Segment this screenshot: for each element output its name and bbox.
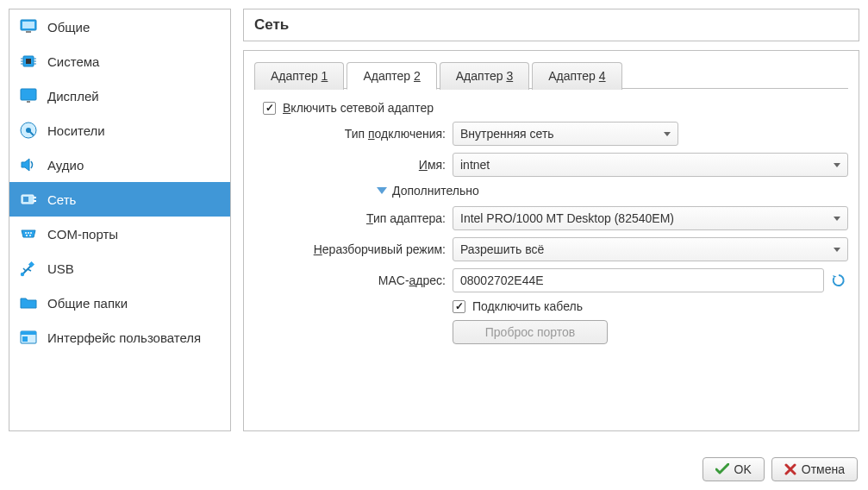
ok-button[interactable]: OK [703, 457, 765, 481]
refresh-icon [831, 273, 846, 288]
svg-rect-2 [26, 31, 31, 33]
port-forwarding-button: Проброс портов [453, 320, 608, 344]
ui-icon [18, 327, 39, 348]
speaker-icon [18, 154, 39, 175]
svg-point-24 [21, 273, 24, 276]
svg-rect-16 [23, 197, 28, 202]
sidebar-item-label: Сеть [47, 192, 76, 207]
enable-adapter-label[interactable]: Включить сетевой адаптер [283, 101, 434, 115]
sidebar-item-storage[interactable]: Носители [9, 113, 230, 148]
svg-point-21 [30, 232, 32, 234]
panel-title-box: Сеть [243, 9, 859, 41]
sidebar-item-label: Общие папки [47, 296, 128, 311]
mac-address-label: MAC-адрес: [263, 273, 446, 287]
svg-rect-12 [27, 101, 30, 103]
attached-to-label: Тип подключения: [263, 127, 446, 141]
sidebar-item-label: Интерфейс пользователя [47, 330, 201, 345]
mac-address-value: 08002702E44E [460, 273, 544, 287]
panel-body: Адаптер 1 Адаптер 2 Адаптер 3 Адаптер 4 … [243, 50, 859, 431]
sidebar-item-general[interactable]: Общие [9, 9, 230, 44]
adapter-tabs: Адаптер 1 Адаптер 2 Адаптер 3 Адаптер 4 [254, 61, 848, 89]
svg-point-19 [25, 232, 27, 234]
svg-rect-1 [22, 22, 34, 28]
serial-port-icon [18, 223, 39, 244]
disk-icon [18, 120, 39, 141]
settings-sidebar: Общие Система Дисплей Носители Аудио [9, 9, 231, 431]
svg-rect-18 [34, 200, 36, 202]
chevron-down-icon [834, 217, 840, 221]
tab-adapter-1[interactable]: Адаптер 1 [254, 62, 344, 90]
dialog-button-bar: OK Отмена [703, 457, 858, 481]
svg-point-22 [26, 235, 28, 236]
network-name-combobox[interactable]: intnet [453, 153, 848, 177]
sidebar-item-display[interactable]: Дисплей [9, 79, 230, 113]
sidebar-item-serial[interactable]: COM-порты [9, 217, 230, 251]
promiscuous-label: Неразборчивый режим: [263, 242, 446, 256]
sidebar-item-system[interactable]: Система [9, 44, 230, 79]
tab-adapter-3[interactable]: Адаптер 3 [440, 62, 529, 90]
svg-rect-28 [22, 336, 28, 342]
monitor-icon [18, 16, 39, 37]
panel-title: Сеть [254, 16, 848, 34]
tab-adapter-4[interactable]: Адаптер 4 [532, 62, 621, 90]
svg-rect-27 [21, 331, 36, 335]
svg-point-23 [29, 235, 31, 236]
network-card-icon [18, 189, 39, 210]
sidebar-item-ui[interactable]: Интерфейс пользователя [9, 320, 230, 355]
mac-address-input[interactable]: 08002702E44E [453, 268, 824, 292]
sidebar-item-label: Дисплей [47, 89, 99, 104]
tab-adapter-2[interactable]: Адаптер 2 [347, 62, 436, 90]
sidebar-item-label: COM-порты [47, 227, 118, 242]
attached-to-value: Внутренняя сеть [460, 127, 554, 141]
cancel-button[interactable]: Отмена [771, 457, 858, 481]
cable-connected-label[interactable]: Подключить кабель [472, 299, 583, 313]
cancel-icon [784, 463, 796, 475]
svg-rect-17 [34, 197, 36, 198]
svg-rect-11 [21, 89, 36, 100]
network-name-label: Имя: [263, 158, 446, 172]
chevron-down-icon [834, 163, 840, 167]
chip-icon [18, 51, 39, 72]
mac-refresh-button[interactable] [829, 271, 848, 290]
sidebar-item-shared[interactable]: Общие папки [9, 286, 230, 320]
sidebar-item-usb[interactable]: USB [9, 251, 230, 286]
sidebar-item-network[interactable]: Сеть [9, 182, 230, 217]
advanced-toggle[interactable]: Дополнительно [392, 184, 479, 198]
adapter-type-label: Тип адаптера: [263, 211, 446, 225]
network-name-value: intnet [460, 158, 490, 172]
svg-rect-4 [26, 59, 31, 64]
display-icon [18, 85, 39, 106]
chevron-down-icon [664, 132, 671, 136]
cable-connected-checkbox[interactable] [453, 300, 465, 313]
promiscuous-value: Разрешить всё [460, 242, 544, 256]
adapter-form: Включить сетевой адаптер Тип подключения… [254, 101, 848, 351]
sidebar-item-label: Общие [47, 20, 90, 35]
attached-to-combobox[interactable]: Внутренняя сеть [453, 122, 678, 146]
sidebar-item-label: Аудио [47, 158, 84, 173]
sidebar-item-label: USB [47, 261, 74, 276]
usb-icon [18, 258, 39, 279]
folder-icon [18, 292, 39, 313]
sidebar-item-label: Система [47, 54, 99, 69]
chevron-down-icon [834, 248, 840, 252]
sidebar-item-audio[interactable]: Аудио [9, 148, 230, 182]
disclosure-triangle-icon[interactable] [377, 187, 387, 194]
promiscuous-combobox[interactable]: Разрешить всё [453, 237, 848, 261]
enable-adapter-checkbox[interactable] [263, 102, 276, 115]
settings-content: Сеть Адаптер 1 Адаптер 2 Адаптер 3 Адапт… [243, 9, 859, 431]
adapter-type-combobox[interactable]: Intel PRO/1000 MT Desktop (82540EM) [453, 206, 848, 230]
adapter-type-value: Intel PRO/1000 MT Desktop (82540EM) [460, 211, 674, 225]
sidebar-item-label: Носители [47, 123, 105, 138]
svg-point-20 [28, 232, 29, 234]
check-icon [715, 463, 729, 475]
